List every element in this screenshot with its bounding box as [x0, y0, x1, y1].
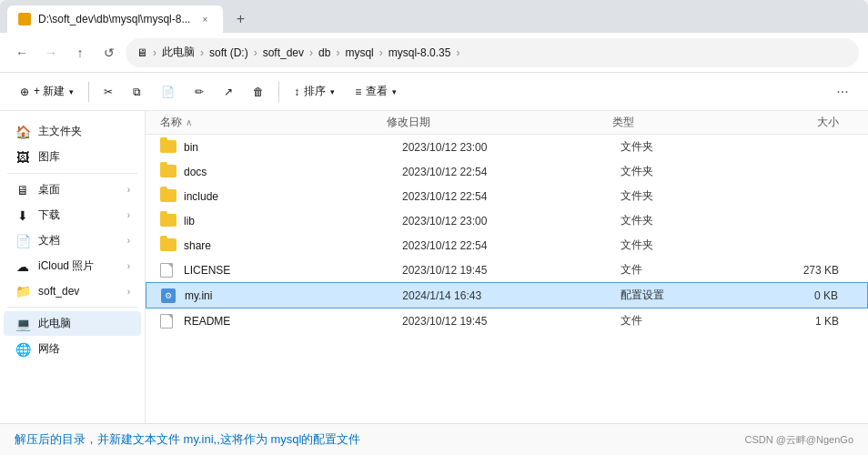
toolbar: ⊕ + 新建 ▾ ✂ ⧉ 📄 ✏ ↗ 🗑 ↕ 排序 ▾ ≡: [0, 73, 868, 111]
ini-icon: [161, 288, 179, 303]
breadcrumb-softdev[interactable]: soft_dev: [263, 46, 304, 59]
file-type: 文件: [621, 262, 752, 278]
sidebar-label-softdev: soft_dev: [38, 285, 79, 298]
breadcrumb-mysql[interactable]: mysql: [345, 46, 373, 59]
copy-icon: ⧉: [133, 86, 141, 98]
file-type: 文件: [621, 313, 752, 329]
softdev-folder-icon: 📁: [15, 284, 31, 298]
file-type: 文件夹: [621, 188, 752, 204]
browser-frame: D:\soft_dev\db\mysql\mysql-8... × + ← → …: [0, 0, 868, 455]
file-date: 2023/10/12 22:54: [402, 166, 621, 178]
share-button[interactable]: ↗: [215, 77, 242, 106]
column-type-label: 类型: [612, 116, 634, 128]
copy-button[interactable]: ⧉: [124, 77, 150, 106]
sidebar-item-documents[interactable]: 📄 文档 ›: [4, 228, 141, 253]
rename-button[interactable]: ✏: [186, 77, 213, 106]
sidebar-label-thispc: 此电脑: [38, 316, 71, 331]
column-name-label: 名称: [160, 115, 182, 130]
sort-chevron-icon: ▾: [330, 87, 335, 96]
file-list: 名称 ∧ 修改日期 类型 大小 bin 2023/10/12 23:00 文件夹: [146, 111, 868, 423]
documents-icon: 📄: [15, 234, 31, 248]
credit-text: CSDN @云畔@NgenGo: [744, 433, 853, 447]
network-icon: 🌐: [15, 342, 31, 357]
home-icon: 🏠: [15, 125, 31, 139]
paste-button[interactable]: 📄: [152, 77, 184, 106]
file-row-license[interactable]: LICENSE 2023/10/12 19:45 文件 273 KB: [146, 258, 868, 282]
file-date: 2023/10/12 23:00: [402, 141, 621, 154]
file-name: include: [184, 190, 402, 203]
sidebar-item-icloud[interactable]: ☁ iCloud 照片 ›: [4, 254, 141, 278]
downloads-arrow-icon: ›: [127, 210, 130, 220]
cut-button[interactable]: ✂: [95, 77, 122, 106]
file-row-share[interactable]: share 2023/10/12 22:54 文件夹: [146, 233, 868, 258]
new-tab-button[interactable]: +: [227, 5, 254, 33]
column-date[interactable]: 修改日期: [387, 115, 613, 130]
address-computer-icon: 🖥: [136, 46, 147, 59]
active-tab[interactable]: D:\soft_dev\db\mysql\mysql-8... ×: [7, 5, 223, 33]
sidebar-item-network[interactable]: 🌐 网络: [4, 337, 141, 361]
delete-button[interactable]: 🗑: [244, 77, 273, 106]
file-row-readme[interactable]: README 2023/10/12 19:45 文件 1 KB: [146, 308, 868, 333]
back-button[interactable]: ←: [9, 40, 35, 66]
breadcrumb-db[interactable]: db: [318, 46, 330, 59]
file-row-include[interactable]: include 2023/10/12 22:54 文件夹: [146, 184, 868, 208]
column-size[interactable]: 大小: [749, 115, 853, 130]
sort-arrow-icon: ∧: [186, 117, 192, 127]
file-icon: [160, 263, 178, 278]
desktop-arrow-icon: ›: [127, 185, 130, 195]
file-row-myini[interactable]: my.ini 2024/1/14 16:43 配置设置 0 KB: [146, 282, 868, 308]
folder-icon: [160, 165, 178, 179]
tab-bar: D:\soft_dev\db\mysql\mysql-8... × +: [0, 0, 868, 33]
file-date: 2023/10/12 19:45: [402, 315, 621, 328]
sidebar-item-desktop[interactable]: 🖥 桌面 ›: [4, 177, 141, 202]
new-label: + 新建: [34, 84, 65, 99]
sidebar-label-documents: 文档: [38, 233, 60, 248]
share-icon: ↗: [224, 86, 233, 98]
sidebar-label-network: 网络: [38, 341, 60, 357]
folder-icon: [160, 238, 178, 253]
nav-bar: ← → ↑ ↺ 🖥 › 此电脑 › soft (D:) › soft_dev ›…: [0, 33, 868, 73]
breadcrumb-mysql-version[interactable]: mysql-8.0.35: [389, 46, 451, 59]
up-button[interactable]: ↑: [67, 40, 93, 66]
file-row-docs[interactable]: docs 2023/10/12 22:54 文件夹: [146, 159, 868, 184]
softdev-arrow-icon: ›: [127, 287, 130, 297]
file-row-lib[interactable]: lib 2023/10/12 23:00 文件夹: [146, 208, 868, 233]
view-chevron-icon: ▾: [392, 87, 397, 96]
forward-button[interactable]: →: [38, 40, 64, 66]
address-bar[interactable]: 🖥 › 此电脑 › soft (D:) › soft_dev › db › my…: [126, 38, 859, 67]
sort-label: 排序: [304, 84, 326, 99]
file-icon: [160, 314, 178, 329]
tab-title: D:\soft_dev\db\mysql\mysql-8...: [38, 13, 190, 25]
more-button[interactable]: ···: [828, 77, 857, 106]
view-button[interactable]: ≡ 查看 ▾: [346, 77, 406, 106]
sidebar-item-downloads[interactable]: ⬇ 下载 ›: [4, 203, 141, 228]
new-icon: ⊕: [20, 86, 29, 98]
file-type: 文件夹: [621, 238, 752, 253]
sidebar-item-gallery[interactable]: 🖼 图库: [4, 145, 141, 169]
main-area: 🏠 主文件夹 🖼 图库 🖥 桌面 › ⬇ 下载 › 📄 文档 ›: [0, 111, 868, 423]
sidebar-item-softdev[interactable]: 📁 soft_dev ›: [4, 279, 141, 303]
folder-icon: [160, 189, 178, 204]
file-date: 2024/1/14 16:43: [402, 289, 620, 302]
column-date-label: 修改日期: [387, 116, 430, 128]
column-name[interactable]: 名称 ∧: [160, 115, 387, 130]
folder-icon: [160, 214, 178, 228]
file-name: share: [184, 239, 402, 252]
refresh-button[interactable]: ↺: [96, 40, 122, 66]
sort-button[interactable]: ↕ 排序 ▾: [285, 77, 344, 106]
new-button[interactable]: ⊕ + 新建 ▾: [11, 77, 83, 106]
breadcrumb-soft[interactable]: soft (D:): [209, 46, 248, 59]
sidebar-divider-2: [7, 307, 137, 308]
file-size: 0 KB: [751, 289, 853, 302]
file-row-bin[interactable]: bin 2023/10/12 23:00 文件夹: [146, 135, 868, 159]
sidebar-label-icloud: iCloud 照片: [38, 258, 94, 274]
sidebar-item-home[interactable]: 🏠 主文件夹: [4, 119, 141, 144]
file-name: lib: [184, 215, 402, 228]
separator-1: [88, 82, 89, 102]
tab-folder-icon: [18, 13, 31, 25]
column-type[interactable]: 类型: [612, 115, 748, 130]
sort-icon: ↕: [294, 86, 299, 98]
tab-close-button[interactable]: ×: [197, 12, 212, 26]
sidebar-item-thispc[interactable]: 💻 此电脑: [4, 311, 141, 336]
breadcrumb-thispc[interactable]: 此电脑: [162, 45, 195, 60]
